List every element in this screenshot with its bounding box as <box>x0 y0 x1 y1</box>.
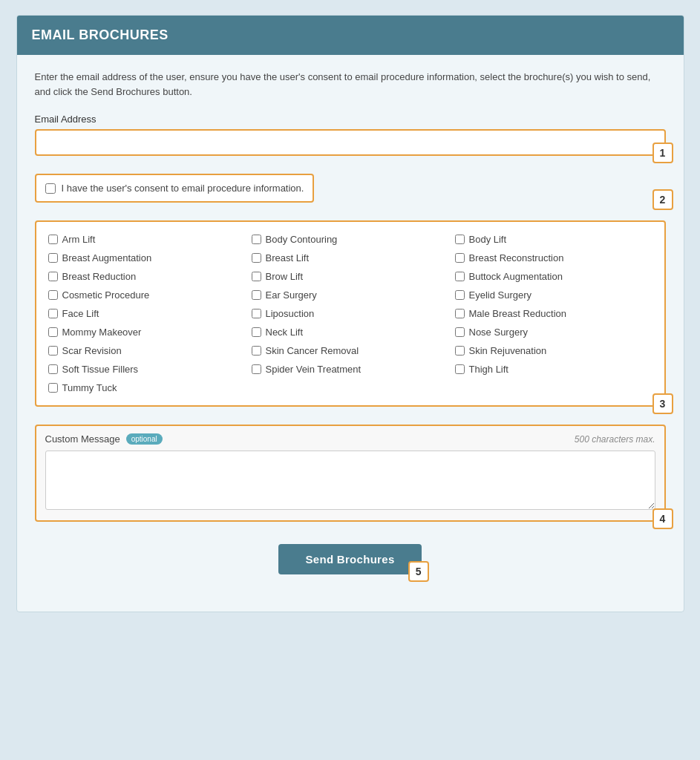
procedure-checkbox-body-lift[interactable] <box>455 235 465 244</box>
procedure-label: Arm Lift <box>62 234 96 245</box>
procedure-item: Spider Vein Treatment <box>252 364 449 375</box>
procedure-checkbox-brow-lift[interactable] <box>252 272 261 281</box>
procedure-item: Eyelid Surgery <box>455 289 652 301</box>
send-section: Send Brochures 5 <box>35 544 666 589</box>
procedure-checkbox-thigh-lift[interactable] <box>455 364 465 374</box>
procedure-checkbox-spider-vein-treatment[interactable] <box>252 364 261 374</box>
procedure-label: Spider Vein Treatment <box>266 364 362 375</box>
procedure-item: Tummy Tuck <box>48 382 246 393</box>
procedure-checkbox-cosmetic-procedure[interactable] <box>48 290 58 300</box>
procedure-checkbox-buttock-augmentation[interactable] <box>455 272 465 281</box>
procedure-checkbox-male-breast-reduction[interactable] <box>455 309 465 318</box>
page-content: Enter the email address of the user, ens… <box>17 55 684 612</box>
procedure-checkbox-body-contouring[interactable] <box>252 235 261 244</box>
procedure-item: Body Lift <box>455 234 652 245</box>
procedure-item: Soft Tissue Fillers <box>48 364 246 375</box>
step-badge-4: 4 <box>652 508 673 529</box>
procedure-checkbox-breast-reconstruction[interactable] <box>455 253 465 263</box>
page-title: EMAIL BROCHURES <box>32 27 169 42</box>
procedure-item: Breast Reconstruction <box>455 252 652 263</box>
custom-message-header: Custom Message optional 500 characters m… <box>45 433 655 445</box>
procedure-label: Ear Surgery <box>266 289 317 301</box>
custom-message-section: Custom Message optional 500 characters m… <box>35 425 666 522</box>
procedure-checkbox-ear-surgery[interactable] <box>252 290 261 300</box>
procedure-label: Thigh Lift <box>469 364 508 375</box>
send-brochures-button[interactable]: Send Brochures <box>278 544 421 574</box>
procedure-checkbox-breast-lift[interactable] <box>252 253 261 263</box>
procedure-item: Skin Cancer Removal <box>252 345 449 356</box>
procedure-label: Skin Cancer Removal <box>266 345 359 356</box>
custom-message-textarea[interactable] <box>45 451 655 510</box>
procedure-label: Cosmetic Procedure <box>62 289 150 301</box>
procedure-label: Scar Revision <box>62 345 122 356</box>
procedures-box: Arm LiftBody ContouringBody LiftBreast A… <box>35 220 666 407</box>
procedure-checkbox-skin-rejuvenation[interactable] <box>455 346 465 356</box>
procedure-label: Skin Rejuvenation <box>469 345 547 356</box>
procedure-item: Nose Surgery <box>455 327 652 338</box>
procedure-label: Mommy Makeover <box>62 327 142 338</box>
procedure-label: Liposuction <box>266 308 315 319</box>
procedure-label: Tummy Tuck <box>62 382 117 393</box>
procedure-checkbox-face-lift[interactable] <box>48 309 58 318</box>
procedure-label: Breast Augmentation <box>62 252 152 263</box>
custom-message-box: Custom Message optional 500 characters m… <box>35 425 666 522</box>
procedure-checkbox-breast-augmentation[interactable] <box>48 253 58 263</box>
procedure-item: Buttock Augmentation <box>455 271 652 282</box>
consent-section: I have the user's consent to email proce… <box>35 174 666 203</box>
consent-checkbox[interactable] <box>45 183 56 194</box>
procedures-grid: Arm LiftBody ContouringBody LiftBreast A… <box>48 234 652 393</box>
procedure-item: Mommy Makeover <box>48 327 246 338</box>
step-badge-5: 5 <box>408 561 429 582</box>
procedure-item: Thigh Lift <box>455 364 652 375</box>
procedure-checkbox-neck-lift[interactable] <box>252 327 261 337</box>
description-text: Enter the email address of the user, ens… <box>35 70 666 99</box>
procedure-item: Arm Lift <box>48 234 246 245</box>
optional-badge: optional <box>126 433 163 445</box>
procedure-label: Breast Reduction <box>62 271 137 282</box>
procedure-item: Body Contouring <box>252 234 449 245</box>
page-header: EMAIL BROCHURES <box>17 16 684 55</box>
procedure-label: Breast Reconstruction <box>469 252 564 263</box>
procedure-label: Brow Lift <box>266 271 304 282</box>
procedure-item: Breast Augmentation <box>48 252 246 263</box>
procedure-checkbox-tummy-tuck[interactable] <box>48 383 58 393</box>
procedure-item: Brow Lift <box>252 271 449 282</box>
procedure-label: Soft Tissue Fillers <box>62 364 139 375</box>
procedure-item: Breast Lift <box>252 252 449 263</box>
email-input-section: 1 <box>35 129 666 156</box>
char-limit-label: 500 characters max. <box>575 434 655 445</box>
procedure-label: Neck Lift <box>266 327 304 338</box>
procedure-item: Ear Surgery <box>252 289 449 301</box>
procedure-checkbox-nose-surgery[interactable] <box>455 327 465 337</box>
procedure-checkbox-eyelid-surgery[interactable] <box>455 290 465 300</box>
consent-label: I have the user's consent to email proce… <box>62 183 304 194</box>
procedure-item: Cosmetic Procedure <box>48 289 246 301</box>
procedure-label: Buttock Augmentation <box>469 271 563 282</box>
custom-message-label: Custom Message <box>45 433 120 445</box>
procedure-checkbox-skin-cancer-removal[interactable] <box>252 346 261 356</box>
email-label: Email Address <box>35 114 666 125</box>
custom-message-label-group: Custom Message optional <box>45 433 163 445</box>
procedure-item: Neck Lift <box>252 327 449 338</box>
procedure-checkbox-breast-reduction[interactable] <box>48 272 58 281</box>
procedure-checkbox-soft-tissue-fillers[interactable] <box>48 364 58 374</box>
procedure-item: Male Breast Reduction <box>455 308 652 319</box>
procedure-label: Nose Surgery <box>469 327 528 338</box>
consent-box: I have the user's consent to email proce… <box>35 174 315 203</box>
procedure-checkbox-arm-lift[interactable] <box>48 235 58 244</box>
procedure-item: Skin Rejuvenation <box>455 345 652 356</box>
procedures-section: Arm LiftBody ContouringBody LiftBreast A… <box>35 220 666 407</box>
procedure-label: Male Breast Reduction <box>469 308 567 319</box>
procedure-item: Liposuction <box>252 308 449 319</box>
step-badge-3: 3 <box>652 393 673 414</box>
step-badge-1: 1 <box>652 142 673 163</box>
email-input[interactable] <box>35 129 666 156</box>
procedure-label: Breast Lift <box>266 252 310 263</box>
procedure-item: Scar Revision <box>48 345 246 356</box>
email-brochures-page: EMAIL BROCHURES Enter the email address … <box>16 15 684 612</box>
procedure-checkbox-mommy-makeover[interactable] <box>48 327 58 337</box>
step-badge-2: 2 <box>652 189 673 210</box>
procedure-item: Breast Reduction <box>48 271 246 282</box>
procedure-checkbox-scar-revision[interactable] <box>48 346 58 356</box>
procedure-checkbox-liposuction[interactable] <box>252 309 261 318</box>
